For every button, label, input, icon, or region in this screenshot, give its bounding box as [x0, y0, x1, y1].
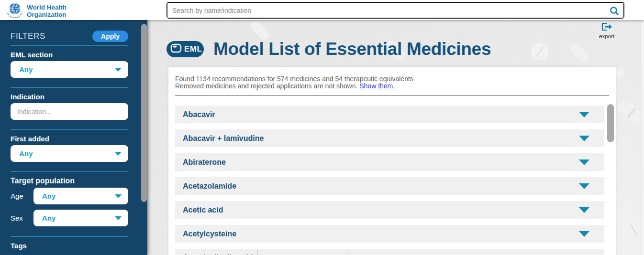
watermark-pill [615, 68, 624, 77]
eml-badge: EML [167, 41, 204, 57]
expand-triangle-icon[interactable] [579, 159, 589, 165]
pill-icon [170, 43, 182, 55]
column-divider [348, 250, 348, 255]
sidebar-divider [11, 171, 128, 172]
sidebar-divider [11, 87, 128, 88]
panel-divider [175, 96, 609, 96]
watermark-capsule [249, 20, 271, 42]
first-added-select[interactable]: Any [11, 145, 128, 162]
who-logo[interactable]: World Health Organization [6, 1, 67, 21]
watermark-capsule [616, 97, 644, 128]
search-icon[interactable] [609, 6, 620, 18]
results-summary: Found 1134 recommendations for 574 medic… [175, 75, 609, 90]
expand-triangle-icon[interactable] [579, 136, 589, 141]
who-emblem-icon [6, 1, 24, 21]
chevron-down-icon [115, 68, 122, 72]
medicine-row-abacavir[interactable]: Abacavir [175, 106, 604, 123]
export-button[interactable]: export [599, 22, 614, 39]
search-bar [167, 2, 624, 19]
medicine-row-acetylcysteine[interactable]: Acetylcysteine [175, 225, 604, 243]
medicine-row-acetazolamide[interactable]: Acetazolamide [175, 177, 604, 195]
list-scrollbar-thumb[interactable] [607, 104, 614, 142]
watermark-tablet [531, 43, 548, 60]
medicine-row-abacavir-lamivudine[interactable]: Abacavir + lamivudine [175, 129, 604, 147]
filters-title: FILTERS [11, 32, 45, 41]
window-scroll-gutter [641, 20, 644, 255]
sidebar-divider [11, 236, 128, 237]
age-label: Age [11, 192, 33, 200]
tags-label: Tags [11, 242, 128, 250]
apply-filters-button[interactable]: Apply [92, 31, 128, 42]
chevron-down-icon [115, 194, 122, 198]
sidebar-divider [11, 129, 128, 130]
results-note: Removed medicines and rejected applicati… [175, 82, 357, 90]
medicine-list: Abacavir Abacavir + lamivudine Abiratero… [168, 106, 616, 255]
eml-section-select[interactable]: Any [11, 61, 128, 78]
chevron-down-icon [115, 152, 122, 156]
filters-sidebar: FILTERS Apply EML section Any Indication… [0, 20, 147, 255]
watermark-capsule [568, 42, 591, 64]
eml-badge-label: EML [184, 44, 202, 54]
medicine-row-abiraterone[interactable]: Abiraterone [175, 153, 604, 171]
column-divider [257, 250, 257, 255]
expand-triangle-icon[interactable] [579, 207, 589, 213]
column-divider [528, 250, 528, 255]
expand-triangle-icon[interactable] [579, 112, 589, 117]
eml-section-value: Any [19, 65, 33, 74]
who-logo-text: World Health Organization [27, 4, 67, 18]
search-input[interactable] [167, 3, 623, 18]
medicine-row-acetylsalicylic-acid[interactable]: Acetylsalicylic acid [175, 249, 604, 255]
target-population-label: Target population [11, 177, 128, 185]
show-them-link[interactable]: Show them [359, 82, 393, 90]
expand-triangle-icon[interactable] [579, 183, 589, 189]
age-value: Any [42, 192, 56, 200]
expand-triangle-icon[interactable] [579, 231, 589, 237]
main-content: export EML Model List of Essential Medic… [147, 20, 644, 255]
sidebar-divider [11, 45, 128, 46]
results-panel: Found 1134 recommendations for 574 medic… [168, 67, 616, 255]
column-divider [438, 250, 438, 255]
results-count-line: Found 1134 recommendations for 574 medic… [175, 75, 413, 83]
first-added-label: First added [11, 135, 128, 143]
export-label: export [599, 33, 614, 39]
eml-section-label: EML section [11, 51, 128, 59]
sex-value: Any [42, 214, 56, 222]
indication-input[interactable] [11, 103, 128, 120]
age-select[interactable]: Any [33, 188, 128, 204]
export-icon [601, 22, 612, 33]
sex-label: Sex [11, 214, 33, 222]
sidebar-scrollbar-thumb[interactable] [141, 24, 147, 202]
indication-label: Indication [11, 93, 128, 101]
page-title: Model List of Essential Medicines [213, 39, 491, 59]
chevron-down-icon [115, 216, 122, 220]
top-header: World Health Organization [0, 0, 644, 20]
page: World Health Organization FILTERS Apply … [0, 0, 644, 255]
sex-select[interactable]: Any [33, 210, 128, 226]
medicine-row-acetic-acid[interactable]: Acetic acid [175, 201, 604, 219]
first-added-value: Any [19, 149, 33, 158]
